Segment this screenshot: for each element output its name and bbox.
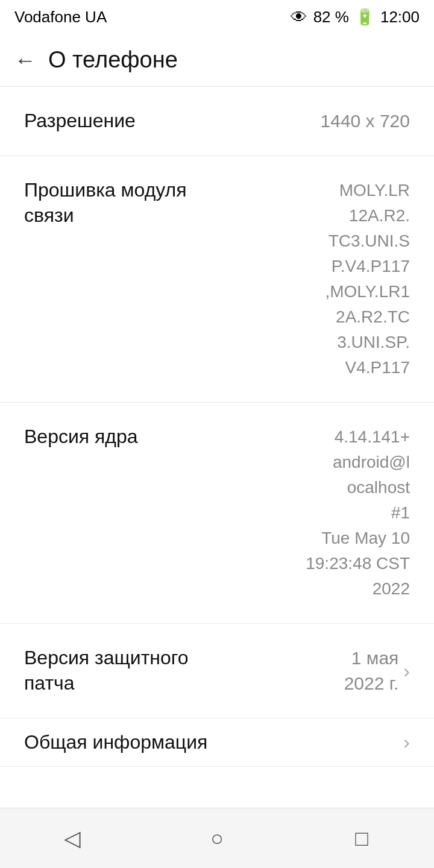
recents-nav-icon: □ [355,826,368,851]
back-nav-button[interactable]: ◁ [48,820,96,857]
resolution-value: 868 x 434 [321,108,410,134]
page-title: О телефоне [48,47,178,73]
back-button[interactable]: ← [14,48,36,73]
back-nav-icon: ◁ [64,826,81,851]
kernel-version-label: Версия ядра [24,424,138,450]
kernel-version-row: Версия ядра 4.14.141+android@localhost #… [0,403,434,624]
status-bar: Vodafone UA 👁 82 % 🔋 12:00 [0,0,434,34]
general-info-chevron: › [403,731,410,753]
general-info-label: Общая информация [24,731,207,753]
general-info-row[interactable]: Общая информация › [0,719,434,767]
eye-icon: 👁 [291,7,307,27]
time-label: 12:00 [380,8,420,27]
settings-list: Разрешение 868 x 434 Прошивка модуля св… [0,87,434,767]
home-nav-icon: ○ [210,826,224,851]
modem-firmware-value: MOLY.LR12A.R2.TC3.UNI.SP.V4.P117,MOLY.LR… [325,178,410,380]
carrier-label: Vodafone UA [14,8,107,27]
header: ← О телефоне [0,34,434,87]
security-patch-label: Версия защитного патча [24,646,205,696]
battery-label: 82 % [313,8,349,27]
modem-firmware-row: Прошивка модуля связи MOLY.LR12A.R2.TC3.… [0,156,434,403]
security-patch-row[interactable]: Версия защитного патча 1 мая2022 г. › [0,624,434,719]
battery-icon: 🔋 [355,8,374,27]
home-nav-button[interactable]: ○ [193,820,241,857]
resolution-label: Разрешение [24,108,136,134]
status-right: 👁 82 % 🔋 12:00 [291,7,420,27]
resolution-row: Разрешение 868 x 434 [0,87,434,156]
recents-nav-button[interactable]: □ [338,820,386,857]
modem-firmware-label: Прошивка модуля связи [24,178,205,228]
security-patch-value: 1 мая2022 г. [344,646,399,696]
kernel-version-value: 4.14.141+android@localhost #1Tue May 101… [306,424,410,602]
security-patch-value-container: 1 мая2022 г. › [344,646,410,696]
security-patch-chevron: › [403,660,410,682]
bottom-nav: ◁ ○ □ [0,808,434,868]
